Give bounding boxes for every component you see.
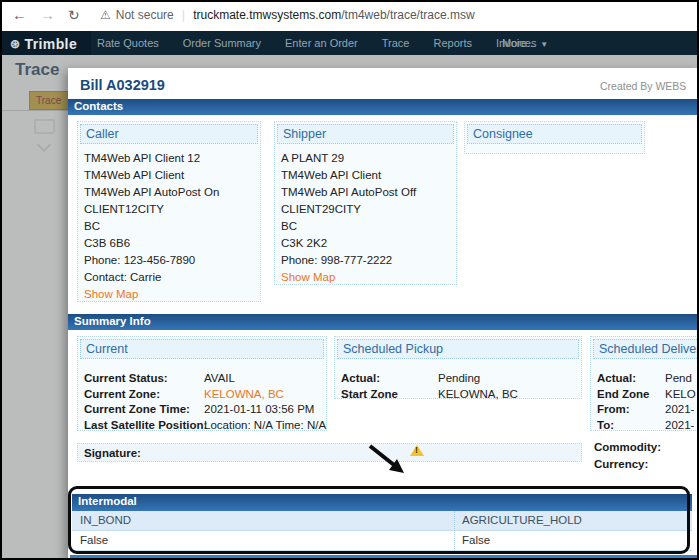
nav-item[interactable]: Reports: [434, 37, 473, 49]
intermodal-header-row: IN_BOND AGRICULTURE_HOLD: [72, 511, 692, 531]
caller-show-map-link[interactable]: Show Map: [78, 286, 260, 303]
intermodal-column-agriculture-hold: AGRICULTURE_HOLD: [462, 514, 582, 526]
current-card: Current Current Status: AVAIL Current Zo…: [77, 336, 327, 431]
summary-row: Current Zone Time: 2021-01-11 03:56 PM: [78, 403, 326, 419]
contacts-section-header: Contacts: [68, 99, 699, 115]
current-card-title: Current: [80, 339, 324, 359]
nav-item-more[interactable]: More...▼: [502, 37, 548, 49]
summary-row: End Zone KELO: [591, 388, 699, 404]
intermodal-value-agriculture-hold: False: [462, 534, 490, 546]
scheduled-pickup-card: Scheduled Pickup Actual: Pending Start Z…: [334, 336, 582, 399]
nav-item[interactable]: Enter an Order: [285, 37, 358, 49]
scheduled-pickup-title: Scheduled Pickup: [337, 339, 579, 359]
brand-label: Trimble: [24, 36, 77, 52]
signature-field: Signature:: [77, 443, 582, 462]
not-secure-warning-icon: ⚠: [100, 8, 111, 22]
row-label: Current Status:: [84, 372, 168, 384]
row-label: Start Zone: [341, 388, 398, 400]
shipper-card: Shipper A PLANT 29TM4Web API ClientTM4We…: [274, 121, 457, 285]
nav-item[interactable]: Rate Quotes: [97, 37, 159, 49]
intermodal-column-in-bond: IN_BOND: [80, 514, 131, 526]
top-navbar: ⊛ Trimble Rate QuotesOrder SummaryEnter …: [2, 31, 697, 55]
row-label: Current Zone:: [84, 388, 160, 400]
browser-back-icon[interactable]: ←: [12, 6, 27, 23]
commodity-label: Commodity:: [594, 441, 661, 453]
row-label: To:: [597, 419, 614, 431]
shipper-details: A PLANT 29TM4Web API ClientTM4Web API Au…: [275, 146, 456, 269]
intermodal-value-row: False False: [72, 531, 692, 551]
row-value: 2021-: [665, 419, 694, 431]
caller-detail-line: C3B 6B6: [84, 235, 256, 252]
consignee-card-title: Consignee: [467, 124, 642, 144]
shipper-show-map-link[interactable]: Show Map: [275, 269, 456, 286]
row-value: 2021-01-11 03:56 PM: [204, 403, 314, 415]
row-value: Location: N/A Time: N/A: [204, 419, 326, 431]
nav-item[interactable]: Order Summary: [183, 37, 261, 49]
browser-address-bar: ← → ↻ ⚠ Not secure | truckmate.tmwsystem…: [2, 2, 697, 31]
url-path: /tm4web/trace/trace.msw: [341, 8, 474, 22]
current-rows: Current Status: AVAIL Current Zone: KELO…: [78, 361, 326, 434]
row-label: From:: [597, 403, 630, 415]
summary-row: Actual: Pending: [335, 372, 581, 388]
trimble-globe-icon: ⊛: [10, 37, 20, 51]
shipper-card-title: Shipper: [277, 124, 454, 144]
trimble-logo: ⊛ Trimble: [2, 31, 91, 57]
currency-label: Currency:: [594, 458, 648, 470]
caller-detail-line: TM4Web API Client: [84, 167, 256, 184]
shipper-detail-line: Phone: 998-777-2222: [281, 252, 452, 269]
bill-detail-modal: Bill A032919 Created By WEBS Contacts Ca…: [68, 68, 699, 559]
consignee-card: Consignee: [464, 121, 645, 154]
row-value: KELOWNA, BC: [438, 388, 518, 400]
nav-more[interactable]: More...▼: [502, 31, 548, 55]
row-label: Last Satellite Position:: [84, 419, 207, 431]
shipper-detail-line: CLIENT29CITY: [281, 201, 452, 218]
screenshot-frame: ← → ↻ ⚠ Not secure | truckmate.tmwsystem…: [0, 0, 699, 560]
nav-item[interactable]: Trace: [382, 37, 410, 49]
shipper-detail-line: C3K 2K2: [281, 235, 452, 252]
intermodal-value-in-bond: False: [80, 534, 108, 546]
summary-row: Actual: Pend: [591, 372, 699, 388]
bill-title: Bill A032919: [80, 77, 165, 93]
not-secure-label: Not secure: [116, 8, 174, 22]
row-label: Actual:: [341, 372, 380, 384]
created-by-label: Created By WEBS: [600, 80, 686, 92]
scheduled-delivery-title: Scheduled Delivery: [593, 339, 699, 359]
scheduled-delivery-card: Scheduled Delivery Actual: Pend End Zone…: [590, 336, 699, 431]
summary-row: To: 2021-: [591, 419, 699, 435]
url-divider: |: [182, 7, 185, 22]
caller-details: TM4Web API Client 12TM4Web API ClientTM4…: [78, 146, 260, 286]
shipper-detail-line: TM4Web API Client: [281, 167, 452, 184]
modal-bottom-border: [70, 555, 699, 558]
pickup-rows: Actual: Pending Start Zone KELOWNA, BC: [335, 361, 581, 403]
warning-icon: !: [410, 445, 424, 456]
summary-row: Last Satellite Position: Location: N/A T…: [78, 419, 326, 435]
browser-forward-icon[interactable]: →: [40, 6, 55, 23]
caller-detail-line: CLIENT12CITY: [84, 201, 256, 218]
intermodal-column-divider: [454, 511, 455, 551]
summary-section-header: Summary Info: [68, 314, 699, 330]
summary-row: Current Status: AVAIL: [78, 372, 326, 388]
row-label: End Zone: [597, 388, 649, 400]
caller-detail-line: TM4Web API Client 12: [84, 150, 256, 167]
caller-detail-line: Phone: 123-456-7890: [84, 252, 256, 269]
signature-label: Signature:: [84, 447, 141, 459]
caller-detail-line: TM4Web API AutoPost On: [84, 184, 256, 201]
caller-detail-line: Contact: Carrie: [84, 269, 256, 286]
row-label: Current Zone Time:: [84, 403, 190, 415]
browser-reload-icon[interactable]: ↻: [68, 7, 80, 23]
caller-detail-line: BC: [84, 218, 256, 235]
row-value: 2021-: [665, 403, 694, 415]
shipper-detail-line: BC: [281, 218, 452, 235]
row-value: AVAIL: [204, 372, 235, 384]
caller-card-title: Caller: [80, 124, 258, 144]
summary-row: Current Zone: KELOWNA, BC: [78, 388, 326, 404]
summary-row: From: 2021-: [591, 403, 699, 419]
url-field[interactable]: ⚠ Not secure | truckmate.tmwsystems.com/…: [100, 7, 475, 22]
shipper-detail-line: TM4Web API AutoPost Off: [281, 184, 452, 201]
summary-row: Start Zone KELOWNA, BC: [335, 388, 581, 404]
delivery-rows: Actual: Pend End Zone KELO From: 2021-: [591, 361, 699, 434]
row-label: Actual:: [597, 372, 636, 384]
intermodal-section-header: Intermodal: [72, 494, 692, 511]
url-domain: truckmate.tmwsystems.com: [193, 8, 341, 22]
row-value: KELOWNA, BC: [204, 388, 284, 400]
